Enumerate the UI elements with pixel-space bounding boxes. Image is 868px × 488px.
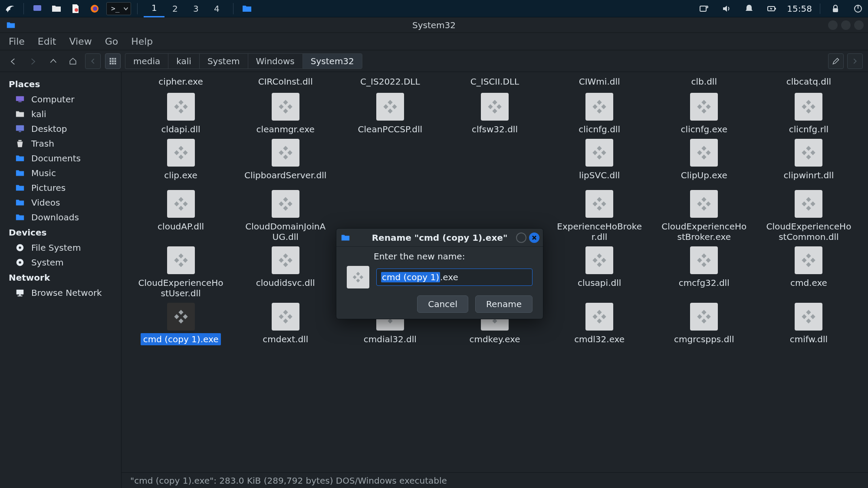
file-item[interactable]: CloudExperienceHostBroker.exe [652, 190, 756, 243]
dialog-close-button[interactable] [529, 233, 539, 243]
crumb-media[interactable]: media [125, 53, 168, 69]
file-item[interactable]: clicnfg.dll [547, 93, 652, 135]
file-item[interactable]: cmdext.dll [233, 303, 338, 345]
nav-home-button[interactable] [65, 53, 81, 69]
file-item[interactable]: cmd (copy 1).exe [128, 303, 233, 345]
sidebar-item-label: Browse Network [31, 288, 102, 298]
sidebar-item-computer[interactable]: Computer [0, 92, 121, 107]
file-item[interactable]: lipSVC.dll [547, 139, 652, 187]
rename-input[interactable]: cmd (copy 1).exe [376, 269, 533, 286]
nav-up-button[interactable] [45, 53, 61, 69]
file-label[interactable]: C_IS2022.DLL [338, 76, 442, 89]
workspace-2[interactable]: 2 [164, 0, 185, 17]
window-close-button[interactable] [854, 20, 864, 30]
window-minimize-button[interactable] [828, 20, 838, 30]
menu-go[interactable]: Go [105, 36, 118, 47]
crumb-system[interactable]: System [199, 53, 248, 69]
crumb-system32[interactable]: System32 [302, 53, 362, 69]
file-item[interactable]: clipwinrt.dll [756, 139, 861, 187]
sidebar-item-trash[interactable]: Trash [0, 136, 121, 151]
desktop-icon[interactable] [30, 1, 45, 16]
file-item[interactable]: clusapi.dll [547, 246, 652, 299]
screen-record-icon[interactable] [697, 1, 711, 16]
menu-view[interactable]: View [69, 36, 92, 47]
file-label[interactable]: CIRCoInst.dll [233, 76, 338, 89]
nav-back-button[interactable] [5, 53, 21, 69]
sidebar-item-label: Documents [31, 153, 81, 164]
file-icon [795, 303, 822, 331]
volume-icon[interactable] [719, 1, 734, 16]
app-menu-icon[interactable] [3, 1, 17, 16]
file-item[interactable]: cmcfg32.dll [652, 246, 756, 299]
file-item[interactable]: ClipboardServer.dll [233, 139, 338, 187]
sidebar-item-browse-network[interactable]: Browse Network [0, 285, 121, 300]
path-history-prev-button[interactable] [85, 53, 101, 69]
file-label[interactable]: cipher.exe [128, 76, 233, 89]
file-item[interactable]: clfsw32.dll [442, 93, 547, 135]
chevron-down-icon[interactable] [123, 3, 129, 14]
file-name: clicnfg.rll [786, 123, 831, 135]
file-item[interactable]: cmdl32.exe [547, 303, 652, 345]
file-label[interactable]: clbcatq.dll [756, 76, 861, 89]
file-icon [272, 139, 299, 167]
workspace-3[interactable]: 3 [185, 0, 206, 17]
file-name: CloudExperienceHostCommon.dll [763, 220, 854, 243]
sidebar-item-downloads[interactable]: Downloads [0, 210, 121, 225]
sidebar-item-kali[interactable]: kali [0, 107, 121, 121]
sidebar-item-videos[interactable]: Videos [0, 195, 121, 210]
sidebar-item-desktop[interactable]: Desktop [0, 121, 121, 136]
file-item[interactable]: cmd.exe [756, 246, 861, 299]
notifications-icon[interactable] [742, 1, 756, 16]
file-item[interactable]: CloudExperienceHostUser.dll [128, 246, 233, 299]
document-icon[interactable] [68, 1, 83, 16]
sidebar-item-documents[interactable]: Documents [0, 151, 121, 166]
sidebar-item-file-system[interactable]: File System [0, 240, 121, 255]
file-item[interactable]: ExperienceHoBroker.dll [547, 190, 652, 243]
sidebar-item-system[interactable]: System [0, 255, 121, 270]
file-item[interactable]: cleanmgr.exe [233, 93, 338, 135]
file-label[interactable]: C_ISCII.DLL [442, 76, 547, 89]
file-item[interactable]: CloudExperienceHostCommon.dll [756, 190, 861, 243]
rename-button[interactable]: Rename [475, 295, 533, 313]
crumb-windows[interactable]: Windows [248, 53, 302, 69]
lock-icon[interactable] [828, 1, 843, 16]
path-root-button[interactable] [105, 53, 121, 69]
sidebar-item-pictures[interactable]: Pictures [0, 180, 121, 195]
workspace-1[interactable]: 1 [144, 0, 164, 17]
power-icon[interactable] [851, 1, 865, 16]
file-icon [795, 139, 822, 167]
file-item[interactable]: ClipUp.exe [652, 139, 756, 187]
file-label[interactable]: clb.dll [652, 76, 756, 89]
file-item[interactable]: clicnfg.rll [756, 93, 861, 135]
crumb-kali[interactable]: kali [168, 53, 199, 69]
battery-icon[interactable] [764, 1, 779, 16]
file-item[interactable]: cldapi.dll [128, 93, 233, 135]
file-item[interactable]: cmifw.dll [756, 303, 861, 345]
workspace-4[interactable]: 4 [206, 0, 227, 17]
edit-path-button[interactable] [828, 53, 844, 69]
menu-edit[interactable]: Edit [38, 36, 56, 47]
file-icon [167, 246, 195, 274]
file-item[interactable]: cloudAP.dll [128, 190, 233, 243]
file-item[interactable]: clip.exe [128, 139, 233, 187]
nav-forward-button[interactable] [25, 53, 41, 69]
menu-file[interactable]: File [9, 36, 25, 47]
file-item[interactable]: cloudidsvc.dll [233, 246, 338, 299]
path-history-next-button[interactable] [847, 53, 863, 69]
cancel-button[interactable]: Cancel [417, 295, 468, 313]
window-maximize-button[interactable] [841, 20, 851, 30]
file-label[interactable]: CIWmi.dll [547, 76, 652, 89]
terminal-launcher[interactable]: >_ [106, 2, 131, 15]
file-item[interactable]: clicnfg.exe [652, 93, 756, 135]
file-item[interactable]: CloudDomainJoinAUG.dll [233, 190, 338, 243]
rename-dialog: Rename "cmd (copy 1).exe" Enter the new … [336, 228, 543, 319]
dialog-minimize-button[interactable] [516, 233, 526, 243]
files-icon[interactable] [49, 1, 64, 16]
file-item[interactable]: cmgrcspps.dll [652, 303, 756, 345]
clock[interactable]: 15:58 [787, 3, 812, 14]
sidebar-item-music[interactable]: Music [0, 166, 121, 180]
menu-help[interactable]: Help [131, 36, 153, 47]
taskbar-app-folder-icon[interactable] [240, 1, 254, 16]
file-item[interactable]: CleanPCCSP.dll [338, 93, 442, 135]
firefox-icon[interactable] [87, 1, 102, 16]
